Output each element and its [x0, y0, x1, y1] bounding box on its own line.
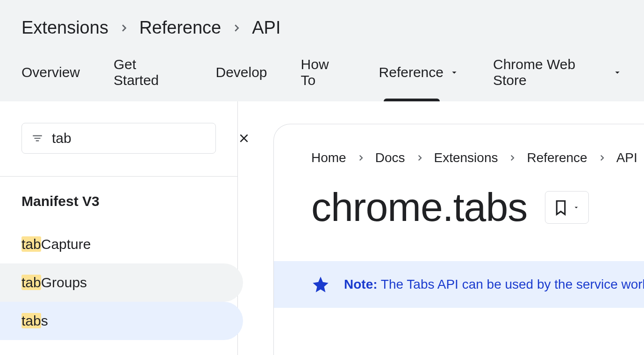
breadcrumb-item-home[interactable]: Home [311, 150, 346, 165]
sidebar-item[interactable]: tabCapture [0, 225, 243, 263]
main-content: HomeDocsExtensionsReferenceAPI chrome.ta… [238, 101, 644, 355]
sidebar-item[interactable]: tabs [0, 302, 243, 340]
header: Extensions Reference API OverviewGet Sta… [0, 0, 644, 101]
nav-tab-label: Reference [379, 64, 444, 80]
sidebar: Manifest V3 tabCapturetabGroupstabs [0, 101, 238, 355]
breadcrumb-item-extensions[interactable]: Extensions [21, 18, 108, 38]
note-label: Note: [344, 277, 378, 291]
nav-tab-how-to[interactable]: How To [301, 57, 345, 101]
breadcrumb-top: Extensions Reference API [21, 18, 623, 38]
caret-down-icon [449, 67, 459, 78]
main-card: HomeDocsExtensionsReferenceAPI chrome.ta… [273, 124, 644, 355]
filter-input[interactable] [52, 130, 229, 146]
note-banner: Note: The Tabs API can be used by the se… [274, 261, 644, 308]
nav-tab-get-started[interactable]: Get Started [114, 57, 182, 101]
chevron-right-icon [598, 154, 606, 162]
chevron-right-icon [357, 154, 365, 162]
filter-box[interactable] [21, 123, 216, 154]
body-layout: Manifest V3 tabCapturetabGroupstabs Home… [0, 101, 644, 355]
nav-tab-label: How To [301, 57, 345, 88]
breadcrumb-item-api[interactable]: API [252, 18, 280, 38]
breadcrumb-item-extensions[interactable]: Extensions [434, 150, 498, 165]
breadcrumb-item-api[interactable]: API [616, 150, 637, 165]
sidebar-item-rest: s [41, 313, 48, 328]
chevron-right-icon [415, 154, 424, 162]
highlight: tab [21, 236, 41, 252]
title-row: chrome.tabs [311, 184, 644, 230]
caret-down-icon [572, 204, 580, 211]
sidebar-item-rest: Capture [41, 236, 91, 252]
nav-tab-label: Overview [21, 64, 80, 80]
highlight: tab [21, 313, 41, 328]
nav-tab-label: Get Started [114, 57, 182, 88]
nav-tab-overview[interactable]: Overview [21, 57, 80, 101]
bookmark-button[interactable] [545, 191, 589, 224]
nav-tabs: OverviewGet StartedDevelopHow ToReferenc… [21, 57, 623, 101]
breadcrumb-inner: HomeDocsExtensionsReferenceAPI [311, 150, 644, 165]
breadcrumb-item-docs[interactable]: Docs [375, 150, 405, 165]
chevron-right-icon [119, 23, 129, 33]
note-text: Note: The Tabs API can be used by the se… [344, 277, 644, 292]
filter-container [0, 101, 237, 177]
sidebar-item-rest: Groups [41, 275, 87, 290]
nav-tab-develop[interactable]: Develop [215, 57, 267, 101]
star-icon [311, 275, 330, 294]
breadcrumb-item-reference[interactable]: Reference [139, 18, 221, 38]
breadcrumb-item-reference[interactable]: Reference [527, 150, 587, 165]
sidebar-item[interactable]: tabGroups [0, 263, 243, 302]
nav-tab-label: Chrome Web Store [493, 57, 607, 88]
highlight: tab [21, 275, 41, 290]
caret-down-icon [612, 67, 623, 78]
chevron-right-icon [231, 23, 242, 33]
nav-tab-reference[interactable]: Reference [379, 57, 459, 101]
bookmark-icon [554, 199, 568, 216]
page-title: chrome.tabs [311, 184, 527, 230]
sidebar-heading: Manifest V3 [0, 193, 237, 209]
chevron-right-icon [508, 154, 516, 162]
filter-icon [31, 132, 43, 144]
nav-tab-chrome-web-store[interactable]: Chrome Web Store [493, 57, 623, 101]
note-body: The Tabs API can be used by the service … [378, 277, 644, 291]
nav-tab-label: Develop [215, 64, 267, 80]
sidebar-content: Manifest V3 tabCapturetabGroupstabs [0, 177, 237, 340]
